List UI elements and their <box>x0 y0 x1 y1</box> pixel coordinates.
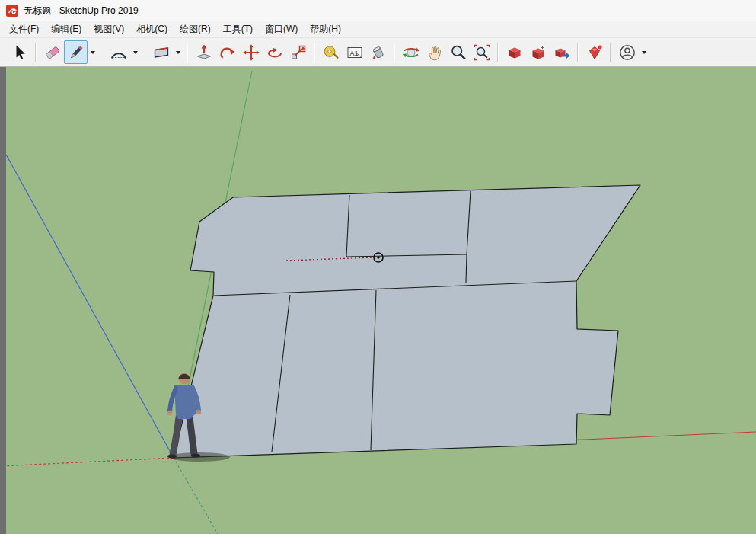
tape-measure-icon <box>322 43 340 62</box>
orbit-tool-button[interactable] <box>399 40 423 64</box>
shapes-tool-dropdown[interactable] <box>173 40 183 64</box>
pan-hand-icon <box>426 43 444 62</box>
menu-camera[interactable]: 相机(C) <box>130 21 174 38</box>
toolbar-separator <box>314 43 315 62</box>
scale-icon <box>289 43 308 62</box>
extensions-gem-icon <box>585 43 604 62</box>
axis-red-negative[interactable] <box>6 458 174 466</box>
rotate-tool-button[interactable] <box>263 40 286 64</box>
extension-warehouse-icon <box>529 43 547 62</box>
paint-bucket-icon <box>369 43 388 62</box>
viewport <box>0 67 756 534</box>
toolbar-separator <box>35 43 37 62</box>
paint-bucket-tool-button[interactable] <box>366 40 390 64</box>
push-pull-icon <box>195 43 213 62</box>
chevron-down-icon <box>91 51 95 54</box>
chevron-down-icon <box>642 51 646 54</box>
axis-blue-negative[interactable] <box>174 458 218 534</box>
extension-warehouse-button[interactable] <box>526 40 550 64</box>
sketchup-logo-icon <box>6 5 18 17</box>
viewport-left-frame <box>0 67 6 534</box>
select-arrow-icon <box>11 43 29 62</box>
tape-measure-tool-button[interactable] <box>319 40 343 64</box>
line-tool-button[interactable] <box>64 40 88 64</box>
eraser-tool-button[interactable] <box>40 40 64 64</box>
account-button[interactable] <box>615 40 639 64</box>
menu-view[interactable]: 视图(V) <box>88 21 130 38</box>
arc-icon <box>110 43 128 62</box>
title-bar: 无标题 - SketchUp Pro 2019 <box>0 0 756 21</box>
menu-help[interactable]: 帮助(H) <box>304 21 347 38</box>
orbit-icon <box>402 43 420 62</box>
figure-shadow <box>169 452 230 462</box>
extensions-button[interactable] <box>582 40 606 64</box>
dimension-a1-icon: A1 <box>346 43 364 62</box>
share-model-icon <box>553 43 571 62</box>
shapes-tool-button[interactable] <box>149 40 173 64</box>
viewport-canvas[interactable] <box>6 67 756 534</box>
menu-bar: 文件(F) 编辑(E) 视图(V) 相机(C) 绘图(R) 工具(T) 窗口(W… <box>0 21 756 38</box>
svg-text:A1: A1 <box>349 49 358 56</box>
toolbar-separator <box>497 43 499 62</box>
user-account-icon <box>618 43 636 62</box>
eraser-icon <box>43 43 62 62</box>
dimension-tool-button[interactable]: A1 <box>343 40 366 64</box>
toolbar: A1 <box>0 38 756 67</box>
axis-blue-positive[interactable] <box>6 155 174 458</box>
chevron-down-icon <box>133 51 138 54</box>
push-pull-tool-button[interactable] <box>192 40 215 64</box>
pan-tool-button[interactable] <box>423 40 446 64</box>
floorplan-face[interactable] <box>174 185 640 458</box>
toolbar-separator <box>394 43 395 62</box>
scale-tool-button[interactable] <box>286 40 310 64</box>
move-tool-button[interactable] <box>239 40 263 64</box>
menu-file[interactable]: 文件(F) <box>3 21 45 38</box>
offset-tool-button[interactable] <box>215 40 239 64</box>
select-tool-button[interactable] <box>8 40 31 64</box>
zoom-tool-button[interactable] <box>446 40 470 64</box>
toolbar-separator <box>187 43 188 62</box>
menu-edit[interactable]: 编辑(E) <box>45 21 88 38</box>
menu-window[interactable]: 窗口(W) <box>259 21 304 38</box>
menu-draw[interactable]: 绘图(R) <box>174 21 217 38</box>
account-dropdown[interactable] <box>639 40 649 64</box>
3d-warehouse-button[interactable] <box>502 40 526 64</box>
toolbar-separator <box>577 43 579 62</box>
arc-tool-button[interactable] <box>107 40 130 64</box>
line-tool-dropdown[interactable] <box>88 40 97 64</box>
window-title: 无标题 - SketchUp Pro 2019 <box>24 5 139 18</box>
move-icon <box>242 43 260 62</box>
pencil-icon <box>67 43 85 62</box>
zoom-extents-icon <box>473 43 491 62</box>
rectangle-shape-icon <box>152 43 171 62</box>
share-model-button[interactable] <box>550 40 573 64</box>
chevron-down-icon <box>176 51 180 54</box>
rotate-icon <box>266 43 284 62</box>
menu-tools[interactable]: 工具(T) <box>217 21 259 38</box>
zoom-extents-tool-button[interactable] <box>470 40 493 64</box>
arc-tool-dropdown[interactable] <box>130 40 140 64</box>
3d-warehouse-icon <box>506 43 524 62</box>
offset-icon <box>219 43 237 62</box>
magnifier-icon <box>449 43 467 62</box>
toolbar-separator <box>610 43 611 62</box>
